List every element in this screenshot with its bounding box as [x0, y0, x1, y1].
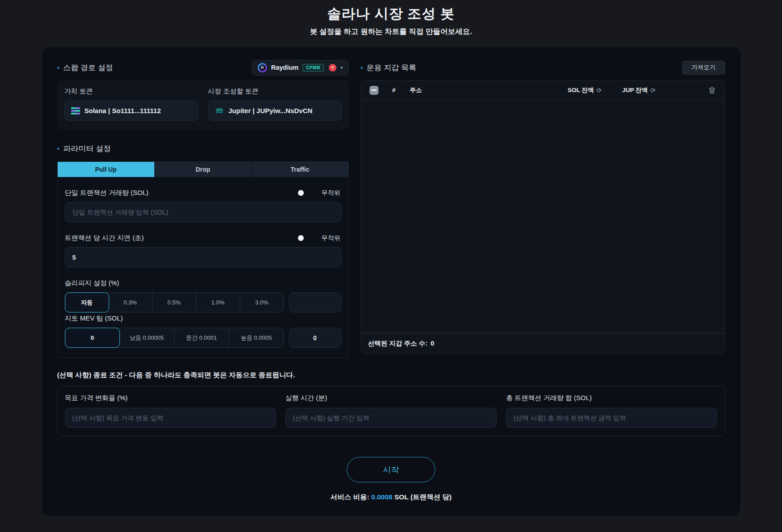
exit-conditions-title: (선택 사항) 종료 조건 - 다음 중 하나라도 충족되면 봇은 자동으로 종… [57, 371, 725, 380]
params-section-title: * 파라미터 설정 [57, 144, 111, 154]
params-section-title-text: 파라미터 설정 [63, 144, 111, 154]
service-fee: 서비스 비용: 0.0008 SOL (트랜잭션 당) [57, 493, 725, 502]
swap-section-title-text: 스왑 경로 설정 [63, 63, 113, 73]
import-wallets-button[interactable]: 가져오기 [682, 61, 725, 75]
slippage-option-30[interactable]: 3.0% [240, 293, 284, 312]
target-price-label: 목표 가격 변화율 (%) [65, 394, 276, 402]
slippage-option-auto[interactable]: 자동 [65, 292, 109, 312]
column-address: 주소 [410, 86, 422, 94]
jito-options: 0 낮음 0.00005 중간 0.0001 높음 0.0005 [65, 328, 341, 348]
exit-conditions-box: 목표 가격 변화율 (%) 실행 시간 (분) 총 트랜잭션 거래량 합 (SO… [57, 386, 725, 436]
value-token-label: 가치 토큰 [64, 87, 198, 96]
market-token-button[interactable]: Jupiter | JUPyiw...NsDvCN [208, 101, 342, 121]
trash-icon[interactable] [709, 86, 715, 94]
jito-label: 지토 MEV 팁 (SOL) [65, 314, 123, 323]
jito-option-low[interactable]: 낮음 0.00005 [119, 328, 174, 347]
swap-and-params-column: * 스왑 경로 설정 R Raydium CPMM ✕ ▾ 가치 토큰 Sola… [57, 59, 349, 358]
jito-option-zero[interactable]: 0 [65, 328, 120, 348]
required-asterisk: * [57, 146, 60, 153]
refresh-sol-icon[interactable]: ⟳ [596, 87, 602, 94]
required-asterisk: * [57, 65, 60, 72]
solana-icon [71, 107, 80, 114]
slippage-options: 자동 0.3% 0.5% 1.0% 3.0% [65, 292, 341, 312]
total-volume-input[interactable] [506, 408, 717, 428]
refresh-jup-icon[interactable]: ⟳ [650, 87, 656, 94]
tab-drop[interactable]: Drop [155, 162, 252, 177]
service-fee-prefix: 서비스 비용: [330, 493, 371, 501]
volume-random-label: 무작위 [322, 189, 340, 197]
raydium-icon: R [258, 63, 267, 72]
volume-random-toggle[interactable] [298, 190, 304, 196]
column-index: # [392, 87, 396, 93]
jupiter-icon [215, 106, 224, 115]
delay-random-toggle[interactable] [298, 235, 304, 241]
wallet-table: # 주소 SOL 잔액 ⟳ JUP 잔액 ⟳ [361, 80, 725, 354]
delay-random-label: 무작위 [322, 234, 340, 242]
tab-traffic[interactable]: Traffic [252, 162, 348, 177]
market-token-label: 시장 조성할 토큰 [208, 87, 342, 96]
required-asterisk: * [361, 65, 363, 72]
selected-count-label: 선택된 지갑 주소 수: [368, 339, 428, 348]
column-sol-balance: SOL 잔액 [568, 86, 594, 94]
chevron-down-icon: ▾ [340, 65, 343, 71]
select-all-checkbox[interactable] [370, 86, 378, 95]
value-token-text: Solana | So1111...111112 [85, 107, 161, 114]
volume-label: 단일 트랜잭션 거래량 (SOL) [65, 189, 149, 197]
slippage-option-05[interactable]: 0.5% [153, 293, 196, 312]
jito-custom-input[interactable] [289, 328, 341, 348]
tab-pull-up[interactable]: Pull Up [58, 162, 155, 177]
total-volume-label: 총 트랜잭션 거래량 합 (SOL) [506, 394, 717, 402]
wallet-table-body [361, 100, 725, 333]
slippage-label: 슬리피지 설정 (%) [65, 279, 119, 287]
volume-input[interactable] [65, 202, 341, 222]
column-jup-balance: JUP 잔액 [622, 86, 648, 94]
wallets-section-title: * 운용 지갑 목록 [361, 63, 416, 73]
runtime-label: 실행 시간 (분) [285, 394, 497, 402]
slippage-option-03[interactable]: 0.3% [109, 293, 153, 312]
market-token-text: Jupiter | JUPyiw...NsDvCN [229, 107, 313, 114]
wallet-table-footer: 선택된 지갑 주소 수: 0 [361, 333, 725, 353]
page-subtitle: 봇 설정을 하고 원하는 차트를 직접 만들어보세요. [0, 27, 782, 37]
params-box: Pull Up Drop Traffic 단일 트랜잭션 거래량 (SOL) 무… [57, 161, 349, 358]
selected-count-value: 0 [430, 340, 434, 347]
remove-dex-icon[interactable]: ✕ [329, 64, 336, 72]
jito-option-mid[interactable]: 중간 0.0001 [174, 328, 230, 347]
slippage-custom-input[interactable] [289, 292, 341, 312]
dex-name: Raydium [271, 64, 298, 71]
slippage-option-10[interactable]: 1.0% [196, 293, 240, 312]
jito-option-high[interactable]: 높음 0.0005 [229, 328, 284, 347]
start-button[interactable]: 시작 [347, 457, 435, 482]
main-card: * 스왑 경로 설정 R Raydium CPMM ✕ ▾ 가치 토큰 Sola… [42, 47, 740, 516]
token-box: 가치 토큰 Solana | So1111...111112 시장 조성할 토큰 [57, 80, 349, 130]
dex-select[interactable]: R Raydium CPMM ✕ ▾ [252, 60, 349, 76]
delay-input[interactable] [65, 247, 341, 267]
delay-label: 트랜잭션 당 시간 지연 (초) [65, 234, 144, 242]
cpmm-badge: CPMM [302, 64, 324, 72]
service-fee-suffix: SOL (트랜잭션 당) [392, 493, 451, 501]
mode-tabs: Pull Up Drop Traffic [58, 162, 348, 177]
service-fee-value: 0.0008 [371, 493, 392, 501]
wallets-column: * 운용 지갑 목록 가져오기 # 주소 SOL 잔액 ⟳ JUP 잔액 [361, 59, 725, 358]
wallet-table-header: # 주소 SOL 잔액 ⟳ JUP 잔액 ⟳ [361, 80, 725, 100]
page-title: 솔라나 시장 조성 봇 [0, 0, 782, 23]
runtime-input[interactable] [285, 408, 497, 428]
value-token-button[interactable]: Solana | So1111...111112 [64, 101, 198, 121]
target-price-input[interactable] [65, 408, 276, 428]
wallets-section-title-text: 운용 지갑 목록 [366, 63, 416, 73]
swap-section-title: * 스왑 경로 설정 [57, 63, 113, 73]
